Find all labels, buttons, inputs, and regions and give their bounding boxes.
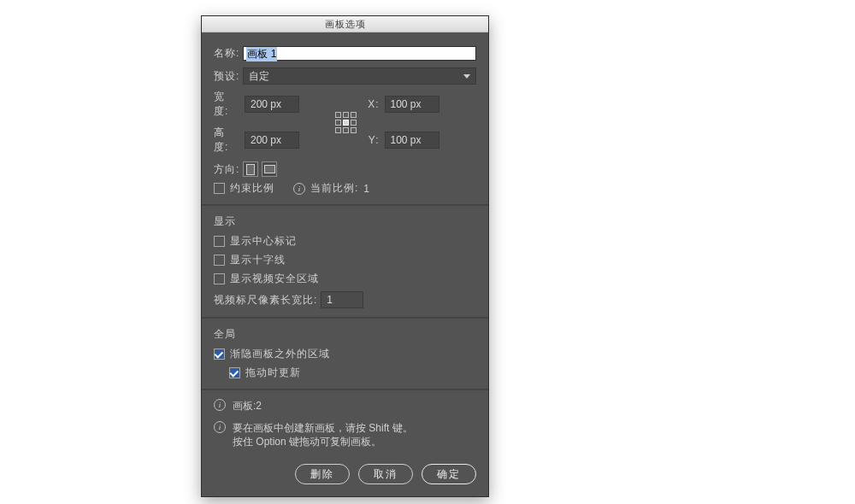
preset-label: 预设: (214, 69, 239, 84)
height-field: 高度: 200 px (214, 126, 323, 155)
reference-point-center[interactable] (343, 120, 349, 126)
dialog-content: 名称: 画板 1 预设: 自定 宽度: 200 px X: (202, 32, 488, 496)
reference-point-grid[interactable] (335, 112, 356, 132)
artboard-count-row: i 画板:2 (214, 399, 476, 413)
check-icon (214, 349, 223, 358)
check-icon (229, 367, 239, 377)
show-safe-checkbox[interactable] (214, 273, 225, 284)
show-center-mark-label: 显示中心标记 (230, 234, 297, 249)
info-icon: i (293, 183, 305, 195)
artboard-count-value: 2 (256, 400, 262, 412)
drag-update-row: 拖动时更新 (229, 366, 476, 380)
show-cross-label: 显示十字线 (230, 253, 286, 267)
drag-update-checkbox[interactable] (229, 367, 240, 378)
orientation-row: 方向: (214, 161, 476, 177)
show-center-mark-row: 显示中心标记 (214, 234, 476, 249)
display-section-label: 显示 (214, 214, 476, 229)
x-field: X: 100 px (368, 96, 477, 113)
preset-select[interactable]: 自定 (243, 67, 476, 85)
y-field: Y: 100 px (368, 132, 477, 149)
divider (202, 389, 488, 390)
width-label: 宽度: (214, 90, 239, 119)
preset-row: 预设: 自定 (214, 67, 476, 85)
show-cross-row: 显示十字线 (214, 253, 476, 267)
delete-button[interactable]: 删除 (295, 464, 350, 484)
x-input[interactable]: 100 px (385, 96, 439, 113)
divider (202, 204, 488, 206)
current-ratio-label: 当前比例: (310, 181, 358, 196)
constrain-checkbox[interactable] (214, 183, 225, 194)
constrain-row: 约束比例 i 当前比例: 1 (214, 181, 476, 196)
pixel-aspect-input[interactable]: 1 (321, 291, 363, 308)
chevron-down-icon (463, 74, 470, 79)
dialog-footer: 删除 取消 确定 (214, 464, 476, 484)
hint-text: 要在画板中创建新画板，请按 Shift 键。 按住 Option 键拖动可复制画… (233, 421, 413, 448)
orientation-portrait-button[interactable] (243, 161, 258, 177)
width-field: 宽度: 200 px (214, 90, 323, 119)
portrait-icon (246, 164, 255, 175)
orientation-landscape-button[interactable] (262, 161, 277, 177)
size-grid: 宽度: 200 px X: 100 px 高度: 200 px Y: 100 p… (214, 90, 476, 155)
artboard-options-dialog: 画板选项 名称: 画板 1 预设: 自定 宽度: 200 px (201, 15, 489, 497)
global-section-label: 全局 (214, 327, 476, 342)
fade-checkbox[interactable] (214, 349, 225, 360)
current-ratio-value: 1 (363, 183, 370, 195)
height-input[interactable]: 200 px (245, 132, 299, 149)
height-label: 高度: (214, 126, 239, 155)
fade-label: 渐隐画板之外的区域 (230, 347, 330, 361)
show-center-mark-checkbox[interactable] (214, 236, 225, 247)
landscape-icon (264, 165, 275, 173)
orientation-buttons (243, 161, 277, 177)
cancel-button[interactable]: 取消 (358, 464, 413, 484)
preset-value: 自定 (249, 69, 269, 84)
x-label: X: (368, 98, 380, 110)
y-input[interactable]: 100 px (385, 132, 439, 149)
info-icon: i (214, 399, 226, 411)
dialog-title: 画板选项 (202, 16, 488, 32)
artboard-count-label: 画板: (233, 400, 256, 412)
name-label: 名称: (214, 46, 239, 61)
drag-update-label: 拖动时更新 (245, 366, 301, 380)
show-cross-checkbox[interactable] (214, 255, 225, 266)
hint-row: i 要在画板中创建新画板，请按 Shift 键。 按住 Option 键拖动可复… (214, 421, 476, 448)
ok-button[interactable]: 确定 (422, 464, 476, 484)
show-safe-row: 显示视频安全区域 (214, 272, 476, 286)
pixel-aspect-label: 视频标尺像素长宽比: (214, 293, 317, 308)
orientation-label: 方向: (214, 162, 239, 177)
name-input-value: 画板 1 (246, 47, 277, 62)
y-label: Y: (368, 134, 380, 146)
constrain-label: 约束比例 (230, 181, 274, 196)
divider (202, 317, 488, 319)
pixel-aspect-row: 视频标尺像素长宽比: 1 (214, 291, 476, 308)
show-safe-label: 显示视频安全区域 (230, 272, 319, 286)
fade-row: 渐隐画板之外的区域 (214, 347, 476, 361)
info-icon: i (214, 421, 226, 433)
name-input[interactable]: 画板 1 (243, 46, 476, 61)
width-input[interactable]: 200 px (245, 96, 299, 113)
name-row: 名称: 画板 1 (214, 45, 476, 61)
